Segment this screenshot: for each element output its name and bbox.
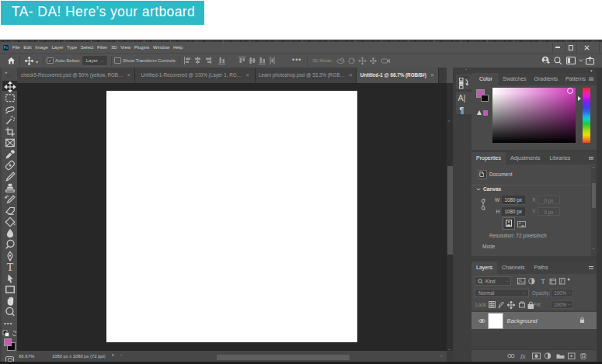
svg-text:T: T [7, 262, 14, 272]
svg-text:T: T [541, 278, 545, 286]
svg-text:fx: fx [520, 352, 526, 359]
